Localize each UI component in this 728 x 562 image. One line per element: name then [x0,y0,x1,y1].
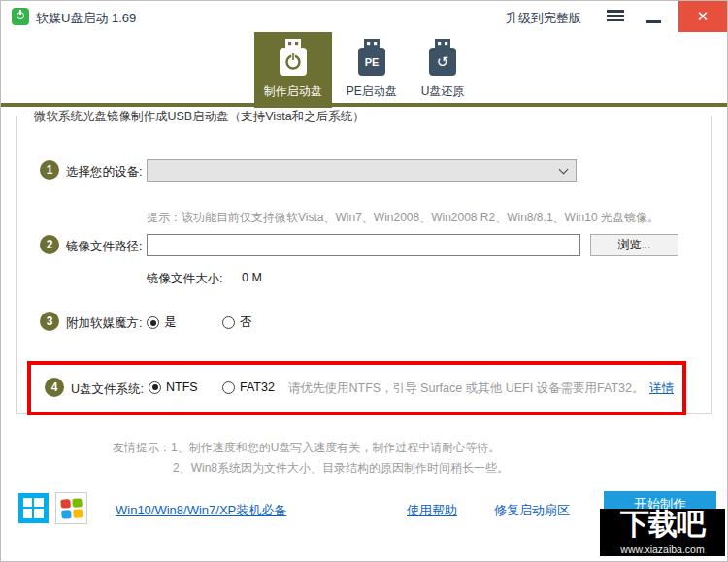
step1-number-badge: 1 [40,160,59,180]
minimize-button[interactable] [638,1,671,32]
tab-bar-accent-line [1,103,727,107]
essentials-link[interactable]: Win10/Win8/Win7/XP装机必备 [116,502,286,519]
tab-label: 制作启动盘 [264,83,322,100]
magic-cube-no-radio[interactable]: 否 [222,314,252,331]
step3-number-badge: 3 [40,312,59,331]
tab-usb-restore[interactable]: ↺ U盘还原 [412,32,475,104]
usb-pe-boot-icon: PE [355,39,388,78]
filesystem-note: 请优先使用NTFS，引导 Surface 或其他 UEFI 设备需要用FAT32… [288,380,644,397]
tab-label: PE启动盘 [347,83,397,100]
step1-label: 选择您的设备: [66,164,142,181]
groupbox-title: 微软系统光盘镜像制作成USB启动盘（支持Vista和之后系统） [28,109,371,125]
hamburger-menu-icon[interactable] [604,8,627,25]
radio-icon [149,381,161,394]
upgrade-link[interactable]: 升级到完整版 [506,10,581,27]
window-title: 软媒U盘启动 1.69 [36,10,136,27]
radio-icon [222,381,235,394]
radio-label: 否 [240,314,252,331]
svg-text:↺: ↺ [437,53,449,71]
browse-button[interactable]: 浏览... [590,234,678,256]
step2-label: 镜像文件路径: [66,239,142,255]
minimize-icon [646,20,661,23]
radio-label: 是 [164,314,177,331]
magic-cube-yes-radio[interactable]: 是 [147,314,177,331]
watermark-site-url: www.xiazaiba.com [600,544,725,555]
tips-line1: 友情提示：1、制作速度和您的U盘写入速度有关，制作过程中请耐心等待。 [113,440,500,456]
xiazaiba-watermark: 下载吧 www.xiazaiba.com [600,509,725,556]
tab-make-boot-disk[interactable]: 制作启动盘 [254,32,332,108]
tab-bar: 制作启动盘 PE PE启动盘 ↺ U盘还原 [1,32,727,104]
image-path-input[interactable] [147,234,580,256]
app-icon [12,8,29,25]
windows7-logo-icon[interactable] [55,492,87,524]
tips-line2: 2、Win8系统因为文件大小、目录结构的原因制作时间稍长一些。 [173,460,509,477]
chevron-down-icon [559,165,569,175]
app-window: 软媒U盘启动 1.69 升级到完整版 ✕ 制作启动盘 PE [0,0,728,562]
radio-label: NTFS [166,380,198,394]
tab-pe-boot-disk[interactable]: PE PE启动盘 [337,32,407,104]
help-link[interactable]: 使用帮助 [407,502,457,519]
image-size-value: 0 M [242,271,262,284]
repair-boot-sector-link[interactable]: 修复启动扇区 [494,502,570,519]
tab-label: U盘还原 [421,83,465,100]
step4-number-badge: 4 [45,378,64,397]
radio-label: FAT32 [240,380,275,394]
device-select[interactable] [147,159,577,182]
step4-label: U盘文件系统: [71,381,144,398]
image-size-label: 镜像文件大小: [147,271,222,287]
svg-text:PE: PE [364,56,379,68]
windows10-logo-icon[interactable] [18,493,49,523]
step2-number-badge: 2 [40,235,59,254]
title-bar: 软媒U盘启动 1.69 升级到完整版 ✕ [1,1,727,32]
filesystem-fat32-radio[interactable]: FAT32 [222,380,275,394]
watermark-site-name: 下载吧 [600,509,725,545]
close-button[interactable]: ✕ [678,1,727,32]
step3-label: 附加软媒魔方: [66,315,142,332]
usb-make-boot-icon [277,39,310,78]
iso-support-hint: 提示：该功能目前仅支持微软Vista、Win7、Win2008、Win2008 … [147,210,659,226]
radio-icon [147,316,159,329]
radio-icon [222,316,235,329]
filesystem-ntfs-radio[interactable]: NTFS [149,380,198,394]
usb-restore-icon: ↺ [426,39,459,78]
detail-link[interactable]: 详情 [649,380,674,397]
